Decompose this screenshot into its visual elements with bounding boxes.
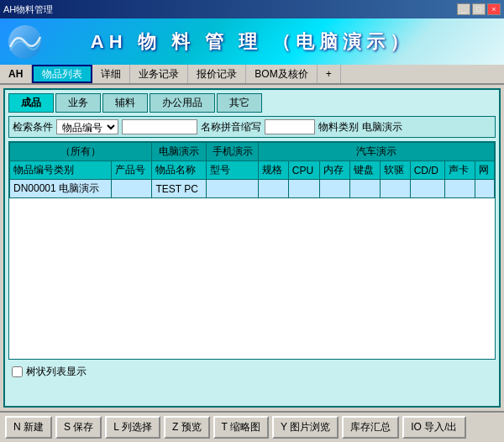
bottom-toolbar: N 新建 S 保存 L 列选择 Z 预览 T 缩略图 Y 图片浏览 库存汇总 I…: [0, 411, 504, 442]
cell-hdd: [349, 180, 380, 198]
group-car: 汽车演示: [258, 143, 494, 161]
image-browse-button[interactable]: Y 图片浏览: [272, 416, 339, 439]
tab-finished[interactable]: 成品: [8, 93, 54, 113]
window-title: AH物料管理: [3, 3, 53, 16]
app-title: AH 物 料 管 理 （电脑演示）: [91, 29, 413, 55]
col-cpu: CPU: [288, 161, 319, 180]
search-condition-label: 检索条件: [13, 120, 53, 134]
cell-item-name: TEST PC: [152, 180, 207, 198]
menu-ah[interactable]: AH: [0, 65, 32, 83]
tree-view-checkbox-area: 树状列表显示: [8, 363, 496, 381]
import-export-button[interactable]: IO 导入/出: [402, 416, 465, 439]
type-value: 电脑演示: [362, 120, 402, 134]
menu-plus[interactable]: +: [318, 65, 341, 83]
title-bar: AH物料管理 _ □ ×: [0, 0, 504, 18]
minimize-button[interactable]: _: [457, 3, 470, 15]
cell-memory: [320, 180, 350, 198]
pinyin-input[interactable]: [265, 119, 315, 134]
search-input[interactable]: [122, 119, 197, 134]
cell-spec: [258, 180, 288, 198]
type-label: 物料类别: [318, 120, 359, 134]
maximize-button[interactable]: □: [472, 3, 486, 15]
data-table-container[interactable]: （所有） 电脑演示 手机演示 汽车演示 物品编号类别: [8, 141, 496, 360]
col-net: 网: [475, 161, 495, 180]
group-computer: 电脑演示: [152, 143, 207, 161]
column-header-row: 物品编号类别 产品号 物品名称 型号 规格 CPU: [10, 161, 495, 180]
col-cdrom: CD/D: [410, 161, 445, 180]
menu-bom[interactable]: BOM及核价: [246, 65, 317, 83]
col-item-type: 物品编号类别: [10, 161, 112, 180]
pinyin-label: 名称拼音缩写: [201, 120, 261, 134]
sub-tabs: 成品 业务 辅料 办公用品 其它: [8, 93, 496, 113]
app-header: AH 物 料 管 理 （电脑演示）: [0, 18, 504, 65]
close-button[interactable]: ×: [487, 3, 501, 15]
group-header-row: （所有） 电脑演示 手机演示 汽车演示: [10, 143, 495, 161]
window-controls: _ □ ×: [457, 3, 501, 15]
cell-soft: [380, 180, 410, 198]
tree-view-label: 树状列表显示: [26, 365, 87, 379]
tree-view-checkbox[interactable]: [12, 366, 23, 377]
cell-net: [475, 180, 495, 198]
menu-bar: AH 物品列表 详细 业务记录 报价记录 BOM及核价 +: [0, 65, 504, 85]
thumbnail-button[interactable]: T 缩略图: [213, 416, 269, 439]
group-all: （所有）: [10, 143, 152, 161]
new-button[interactable]: N 新建: [5, 416, 52, 439]
col-select-button[interactable]: L 列选择: [105, 416, 160, 439]
data-table: （所有） 电脑演示 手机演示 汽车演示 物品编号类别: [9, 142, 495, 198]
save-button[interactable]: S 保存: [55, 416, 102, 439]
cell-cdrom: [410, 180, 445, 198]
menu-business-records[interactable]: 业务记录: [130, 65, 188, 83]
cell-sound: [445, 180, 475, 198]
app-logo: [7, 24, 44, 61]
table-row[interactable]: DN00001 电脑演示 TEST PC: [10, 180, 495, 198]
col-model: 型号: [207, 161, 259, 180]
group-phone: 手机演示: [207, 143, 259, 161]
tab-business[interactable]: 业务: [55, 93, 101, 113]
cell-model: [207, 180, 259, 198]
tab-other[interactable]: 其它: [217, 93, 262, 113]
inventory-button[interactable]: 库存汇总: [342, 416, 399, 439]
menu-detail[interactable]: 详细: [92, 65, 130, 83]
search-condition-select[interactable]: 物品编号 物品名称 规格: [56, 119, 118, 134]
menu-report-records[interactable]: 报价记录: [188, 65, 246, 83]
main-content: 成品 业务 辅料 办公用品 其它 检索条件 物品编号 物品名称 规格 名称拼音缩…: [3, 88, 501, 408]
cell-product-no: [111, 180, 152, 198]
col-item-name: 物品名称: [152, 161, 207, 180]
search-bar: 检索条件 物品编号 物品名称 规格 名称拼音缩写 物料类别 电脑演示: [8, 116, 496, 138]
col-memory: 内存: [320, 161, 350, 180]
col-soft: 软驱: [380, 161, 410, 180]
menu-product-list[interactable]: 物品列表: [32, 65, 92, 83]
col-sound: 声卡: [445, 161, 475, 180]
preview-button[interactable]: Z 预览: [164, 416, 210, 439]
tab-auxiliary[interactable]: 辅料: [102, 93, 148, 113]
cell-item-type: DN00001 电脑演示: [10, 180, 112, 198]
col-spec: 规格: [258, 161, 288, 180]
cell-cpu: [288, 180, 319, 198]
tab-office[interactable]: 办公用品: [150, 93, 215, 113]
col-hdd: 键盘: [349, 161, 380, 180]
col-product-no: 产品号: [111, 161, 152, 180]
